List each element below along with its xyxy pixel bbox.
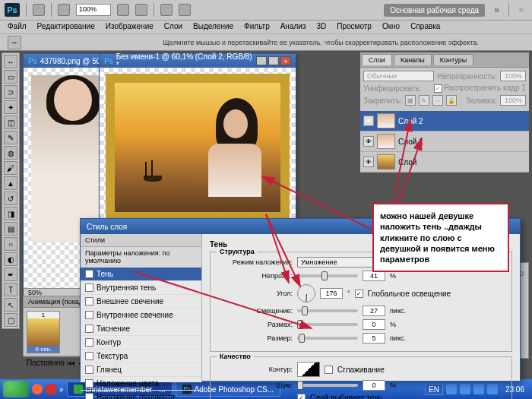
style-item[interactable]: Внешнее свечение [81, 295, 201, 309]
stamp-tool[interactable]: ▲ [4, 176, 17, 190]
doc2-canvas[interactable] [100, 68, 296, 227]
visibility-icon[interactable]: 👁 [363, 136, 374, 147]
layer-thumb[interactable] [377, 154, 395, 169]
layer-row[interactable]: 👁 Слой 1 [360, 131, 529, 152]
tab-layers[interactable]: Слои [362, 54, 392, 65]
style-item[interactable]: Тиснение [81, 322, 201, 336]
layer-name[interactable]: Слой 2 [398, 117, 423, 125]
dodge-tool[interactable]: ◐ [4, 252, 17, 266]
shape-tool[interactable]: ▢ [4, 313, 17, 327]
style-item[interactable]: Внутреннее свечение [81, 309, 201, 322]
menu-analysis[interactable]: Анализ [280, 22, 306, 32]
doc2-titlebar[interactable]: Ps Без имени-1 @ 60,1% (Слой 2, RGB/8) *… [100, 54, 296, 68]
tab-paths[interactable]: Контуры [433, 54, 473, 65]
start-button[interactable] [3, 381, 29, 397]
document-window-2[interactable]: Ps Без имени-1 @ 60,1% (Слой 2, RGB/8) *… [99, 53, 296, 228]
lock-transparency-icon[interactable]: ▦ [405, 95, 416, 106]
menu-view[interactable]: Просмотр [337, 22, 372, 32]
view-icon[interactable] [58, 4, 70, 16]
fill-field[interactable]: 100% [500, 95, 526, 106]
move-tool[interactable]: ↔ [4, 55, 17, 68]
pen-tool[interactable]: ✒ [4, 268, 17, 281]
arrange-icon[interactable] [160, 4, 173, 16]
style-item[interactable]: Параметры наложения: по умолчанию [81, 247, 201, 268]
offset-value[interactable]: 27 [363, 306, 385, 316]
heal-tool[interactable]: ◍ [4, 146, 17, 160]
loop-select[interactable]: Постоянно [27, 359, 65, 367]
blur-tool[interactable]: ○ [4, 237, 17, 251]
contour-picker[interactable] [297, 362, 320, 377]
angle-value[interactable]: 176 [320, 288, 343, 299]
blend-mode-select[interactable]: Обычные [363, 71, 434, 81]
menu-window[interactable]: Окно [382, 22, 400, 32]
layer-thumb[interactable] [377, 113, 395, 128]
maximize-button[interactable]: □ [268, 56, 279, 65]
close-panel-icon[interactable]: × [515, 4, 527, 16]
style-item-shadow[interactable]: ✓Тень [81, 268, 201, 281]
visibility-icon[interactable]: 👁 [363, 157, 374, 167]
quick-launch-icon[interactable] [46, 384, 56, 394]
menu-filter[interactable]: Фильтр [244, 22, 270, 32]
quick-launch-icon[interactable] [32, 384, 43, 394]
menu-layers[interactable]: Слои [164, 22, 182, 32]
minimize-button[interactable]: _ [256, 56, 267, 65]
path-tool[interactable]: ↖ [4, 298, 17, 312]
wand-tool[interactable]: ✦ [4, 100, 17, 114]
history-tool[interactable]: ↺ [4, 192, 17, 205]
eyedrop-tool[interactable]: ✎ [4, 131, 17, 144]
workspace-button[interactable]: Основная рабочая среда [384, 4, 485, 17]
visibility-icon[interactable]: 👁 [363, 116, 374, 126]
menu-image[interactable]: Изображение [106, 22, 154, 32]
size-slider[interactable] [297, 337, 358, 340]
antialias-checkbox[interactable] [325, 366, 333, 374]
close-button[interactable]: × [280, 56, 291, 65]
type-tool[interactable]: T [4, 283, 17, 296]
crop-tool[interactable]: ◫ [4, 116, 17, 129]
layer-name[interactable]: Слой 1 [398, 138, 423, 146]
menu-file[interactable]: Файл [8, 22, 27, 32]
knockout-checkbox[interactable]: ✓ [297, 394, 306, 399]
eraser-tool[interactable]: ◨ [4, 207, 17, 220]
menu-3d[interactable]: 3D [316, 22, 326, 32]
lock-all-icon[interactable]: 🔒 [446, 95, 457, 106]
lasso-tool[interactable]: ⊃ [4, 85, 17, 99]
lock-position-icon[interactable]: ↔ [432, 95, 443, 106]
layer-name[interactable]: Слой [398, 158, 416, 166]
menu-help[interactable]: Справка [410, 22, 440, 32]
bridge-icon[interactable] [33, 4, 45, 16]
layer-row[interactable]: 👁 Слой [360, 152, 529, 173]
anim-frame[interactable]: 1 0 сек. [27, 311, 60, 353]
offset-slider[interactable] [297, 309, 358, 312]
spread-slider[interactable] [297, 323, 358, 326]
global-light-checkbox[interactable]: ✓ [355, 290, 363, 298]
menu-edit[interactable]: Редактирование [37, 22, 95, 32]
style-item[interactable]: Внутренняя тень [81, 281, 201, 295]
blend-select[interactable]: Умножение [297, 257, 373, 268]
menu-select[interactable]: Выделение [193, 22, 233, 32]
marquee-tool[interactable]: ▭ [4, 70, 17, 84]
size-value[interactable]: 5 [363, 333, 385, 344]
opacity-field[interactable]: 100% [500, 71, 526, 81]
gradient-tool[interactable]: ▤ [4, 222, 17, 236]
shadow-checkbox[interactable]: ✓ [85, 270, 93, 278]
style-item[interactable]: Текстура [81, 350, 201, 363]
layer-thumb[interactable] [377, 134, 395, 149]
style-item[interactable]: Контур [81, 336, 201, 350]
zoom-field[interactable]: 100% [76, 4, 111, 16]
propagate-checkbox[interactable]: ✓ [434, 84, 442, 93]
move-tool-icon[interactable]: ↔ [8, 36, 21, 49]
brush-tool[interactable]: 🖌 [4, 161, 17, 175]
chevrons-icon[interactable]: » [491, 5, 502, 15]
opacity-slider[interactable] [297, 274, 358, 277]
styles-header[interactable]: Стили [81, 234, 201, 247]
style-item[interactable]: Наложение градиента [81, 391, 201, 399]
style-item[interactable]: Глянец [81, 363, 201, 377]
angle-dial[interactable] [297, 284, 315, 302]
hand-icon[interactable] [117, 4, 129, 16]
play-first-icon[interactable]: ⏮ [68, 359, 75, 367]
tab-channels[interactable]: Каналы [394, 54, 432, 65]
layer-row[interactable]: 👁 Слой 2 [360, 111, 529, 131]
noise-slider[interactable] [297, 384, 358, 387]
style-item[interactable]: Наложение цвета [81, 377, 201, 391]
screen-icon[interactable] [179, 4, 191, 16]
